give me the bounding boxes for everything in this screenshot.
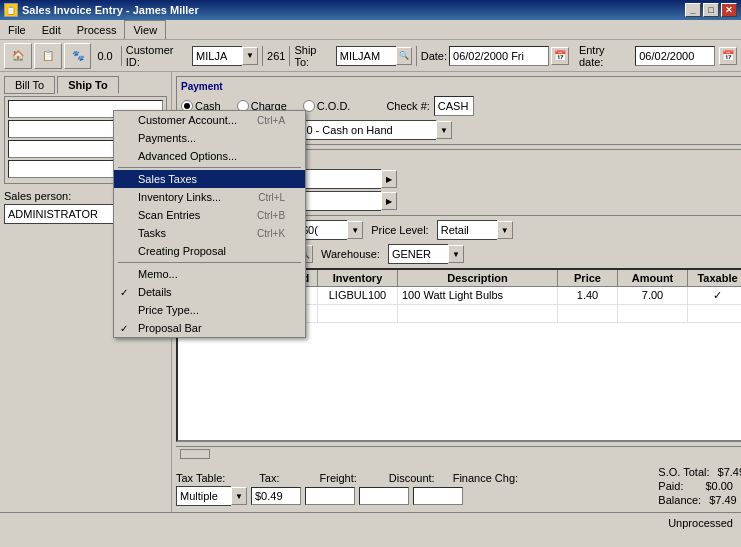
- scroll-thumb[interactable]: [180, 449, 210, 459]
- freight-input[interactable]: [305, 487, 355, 505]
- cash-account-dropdown[interactable]: ▼: [436, 121, 452, 139]
- so-total-label: S.O. Total:: [658, 466, 709, 478]
- date-picker-btn[interactable]: 📅: [551, 47, 569, 65]
- cell-amount: 7.00: [618, 287, 688, 304]
- proposal-bar-label: Proposal Bar: [138, 322, 202, 334]
- so-total-row: S.O. Total: $7.49: [658, 466, 741, 478]
- window-title: Sales Invoice Entry - James Miller: [22, 4, 199, 16]
- price-type-label: Price Type...: [138, 304, 199, 316]
- menu-inventory-links[interactable]: Inventory Links... Ctrl+L: [114, 188, 305, 206]
- warehouse-dropdown[interactable]: ▼: [448, 245, 464, 263]
- col-description: Description: [398, 270, 558, 286]
- tasks-label: Tasks: [138, 227, 166, 239]
- check-label: Check #:: [386, 100, 429, 112]
- tax-table-field[interactable]: ▼: [176, 486, 247, 506]
- minimize-button[interactable]: _: [685, 3, 701, 17]
- terms-dropdown2[interactable]: ▶: [381, 192, 397, 210]
- menu-memo[interactable]: Memo...: [114, 265, 305, 283]
- customer-id-input[interactable]: [192, 46, 242, 66]
- status-bar: Unprocessed: [0, 512, 741, 532]
- close-button[interactable]: ✕: [721, 3, 737, 17]
- cod-label: C.O.D.: [317, 100, 351, 112]
- toolbar-btn-1[interactable]: 🏠: [4, 43, 32, 69]
- toolbar-sep-4: [416, 46, 417, 66]
- toolbar-btn-2[interactable]: 📋: [34, 43, 62, 69]
- menu-advanced-options[interactable]: Advanced Options...: [114, 147, 305, 165]
- ship-to-search-btn[interactable]: 🔍: [396, 47, 412, 65]
- check-input[interactable]: [434, 96, 474, 116]
- new-row-taxable: [688, 305, 741, 322]
- menu-scan-entries[interactable]: Scan Entries Ctrl+B: [114, 206, 305, 224]
- totals-section: S.O. Total: $7.49 Paid: $0.00 Balance: $…: [658, 466, 741, 506]
- ship-to-input[interactable]: [336, 46, 396, 66]
- menu-tasks[interactable]: Tasks Ctrl+K: [114, 224, 305, 242]
- col-taxable: Taxable: [688, 270, 741, 286]
- footer-inputs-row: ▼: [176, 486, 518, 506]
- check-number-group: Check #:: [386, 96, 473, 116]
- menu-payments[interactable]: Payments...: [114, 129, 305, 147]
- menu-file[interactable]: File: [0, 20, 34, 39]
- window-controls[interactable]: _ □ ✕: [685, 3, 737, 17]
- tax-label: Tax:: [259, 472, 279, 484]
- h-scrollbar[interactable]: [176, 446, 741, 460]
- price-level-input[interactable]: [437, 220, 497, 240]
- payments-label: Payments...: [138, 132, 196, 144]
- date-input[interactable]: [449, 46, 549, 66]
- details-label: Details: [138, 286, 172, 298]
- menu-sales-taxes[interactable]: Sales Taxes: [114, 170, 305, 188]
- toolbar-btn-3[interactable]: 🐾: [64, 43, 92, 69]
- entry-date-label: Entry date:: [579, 44, 631, 68]
- footer-left: Tax Table: Tax: Freight: Discount: Finan…: [176, 472, 518, 506]
- customer-id-dropdown-btn[interactable]: ▼: [242, 47, 258, 65]
- price-level-label: Price Level:: [371, 224, 428, 236]
- cell-inventory: LIGBUL100: [318, 287, 398, 304]
- discount-input[interactable]: [359, 487, 409, 505]
- tax-input[interactable]: [251, 487, 301, 505]
- finance-chg-input[interactable]: [413, 487, 463, 505]
- menu-details[interactable]: Details: [114, 283, 305, 301]
- discount-label: Discount:: [389, 472, 435, 484]
- freight-label: Freight:: [320, 472, 357, 484]
- footer-labels-row: Tax Table: Tax: Freight: Discount: Finan…: [176, 472, 518, 484]
- scan-entries-shortcut: Ctrl+B: [257, 210, 285, 221]
- tab-ship-to[interactable]: Ship To: [57, 76, 119, 94]
- tax-table-dropdown[interactable]: ▼: [231, 487, 247, 505]
- sales-taxes-label: Sales Taxes: [138, 173, 197, 185]
- customer-id-field[interactable]: ▼: [192, 46, 258, 66]
- ship-via-dropdown[interactable]: ▼: [347, 221, 363, 239]
- scan-entries-label: Scan Entries: [138, 209, 200, 221]
- entry-date-picker-btn[interactable]: 📅: [719, 47, 737, 65]
- payment-title: Payment: [181, 81, 741, 92]
- menu-bar: File Edit Process View: [0, 20, 741, 40]
- view-dropdown-menu: Customer Account... Ctrl+A Payments... A…: [113, 110, 306, 338]
- totals-left: S.O. Total: $7.49 Paid: $0.00 Balance: $…: [658, 466, 741, 506]
- invoice-number: 261: [267, 50, 285, 62]
- toolbar-counter: 0.0: [93, 50, 116, 62]
- price-level-dropdown[interactable]: ▼: [497, 221, 513, 239]
- warehouse-field[interactable]: ▼: [388, 244, 464, 264]
- payment-cod[interactable]: C.O.D.: [303, 100, 351, 112]
- tab-bill-to[interactable]: Bill To: [4, 76, 55, 94]
- warehouse-label: Warehouse:: [321, 248, 380, 260]
- customer-account-shortcut: Ctrl+A: [257, 115, 285, 126]
- balance-label: Balance:: [658, 494, 701, 506]
- menu-price-type[interactable]: Price Type...: [114, 301, 305, 319]
- status-text: Unprocessed: [668, 517, 733, 529]
- menu-proposal-bar[interactable]: Proposal Bar: [114, 319, 305, 337]
- entry-date-input[interactable]: [635, 46, 715, 66]
- menu-edit[interactable]: Edit: [34, 20, 69, 39]
- menu-customer-account[interactable]: Customer Account... Ctrl+A: [114, 111, 305, 129]
- inventory-links-label: Inventory Links...: [138, 191, 221, 203]
- terms-dropdown1[interactable]: ▶: [381, 170, 397, 188]
- warehouse-input[interactable]: [388, 244, 448, 264]
- paid-value: $0.00: [705, 480, 733, 492]
- menu-process[interactable]: Process: [69, 20, 125, 39]
- title-bar: 📋 Sales Invoice Entry - James Miller _ □…: [0, 0, 741, 20]
- price-level-field[interactable]: ▼: [437, 220, 513, 240]
- maximize-button[interactable]: □: [703, 3, 719, 17]
- menu-view[interactable]: View: [124, 20, 166, 39]
- tax-table-input[interactable]: [176, 486, 231, 506]
- cell-description: 100 Watt Light Bulbs: [398, 287, 558, 304]
- menu-creating-proposal[interactable]: Creating Proposal: [114, 242, 305, 260]
- ship-to-field[interactable]: 🔍: [336, 46, 412, 66]
